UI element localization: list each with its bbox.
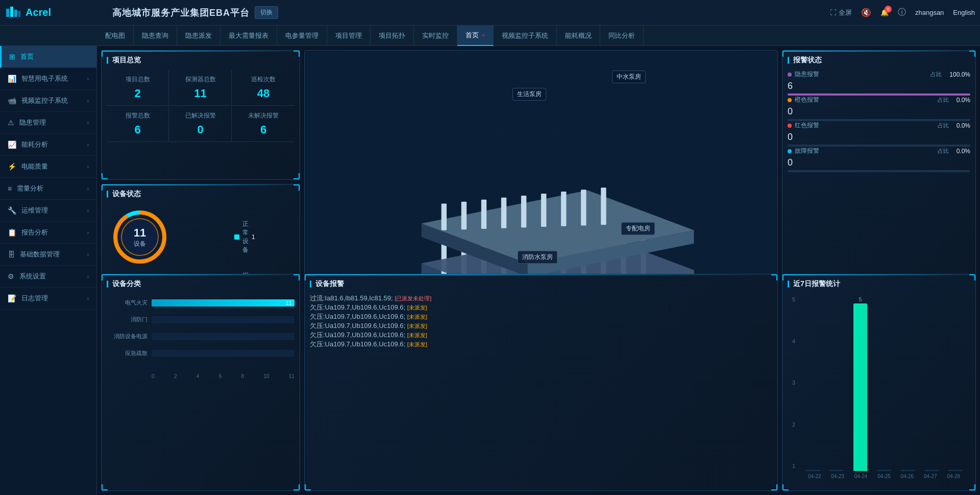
alert-count: 0 — [788, 157, 793, 168]
sidebar-item-能耗分析[interactable]: 📈 能耗分析 › — [0, 134, 96, 156]
sidebar-label: 系统设置 — [19, 272, 82, 281]
pct-spacer — [252, 261, 282, 268]
navtab-视频监控子系统[interactable]: 视频监控子系统 — [494, 26, 557, 46]
tab-close[interactable]: × — [482, 32, 485, 38]
legend-name: 正常设备 — [242, 220, 249, 254]
navtab-首页[interactable]: 首页× — [457, 26, 494, 46]
chart-7day-title: 近7日报警统计 — [788, 279, 970, 289]
stat-cell: 未解决报警 6 — [232, 106, 295, 142]
dev-category-bars: 电气火灾 11 消防门 消防设备电源 应急疏散 — [107, 294, 295, 371]
bar-top-value: 5 — [859, 296, 862, 302]
x-axis-label: 0 — [152, 373, 155, 379]
alert-list-item: 欠压:Ua109.7,Ub109.6,Uc109.6; [未派发] — [310, 303, 772, 312]
sidebar-item-运维管理[interactable]: 🔧 运维管理 › — [0, 200, 96, 222]
chart-bar: 5 — [850, 296, 870, 471]
alert-type: 红色报警 — [788, 121, 819, 130]
sidebar-icon: 📈 — [8, 140, 16, 149]
stat-cell: 项目总数 2 — [107, 70, 169, 106]
sidebar-label: 日志管理 — [21, 294, 82, 303]
stat-cell: 报警总数 6 — [107, 106, 169, 142]
svg-rect-32 — [481, 200, 486, 229]
sidebar-arrow: › — [87, 296, 89, 301]
sidebar-label: 能耗分析 — [21, 140, 82, 149]
alert-list-item: 欠压:Ua109.7,Ub109.6,Uc109.6; [未派发] — [310, 340, 772, 349]
sidebar-item-需量分析[interactable]: ≡ 需量分析 › — [0, 178, 96, 200]
volume-icon[interactable]: 🔇 — [861, 8, 871, 17]
navtab-最大需量报表[interactable]: 最大需量报表 — [220, 26, 277, 46]
navtab-电参量管理[interactable]: 电参量管理 — [277, 26, 327, 46]
notification-bell[interactable]: 🔔 0 — [880, 9, 889, 16]
sidebar-label: 智慧用电子系统 — [21, 74, 82, 83]
sidebar-item-首页[interactable]: ⊞ 首页 — [0, 46, 96, 68]
x-axis-label: 8 — [241, 373, 244, 379]
navtab-实时监控[interactable]: 实时监控 — [414, 26, 457, 46]
bar-name: 应急疏散 — [107, 349, 148, 357]
label-peidienfang: 专配电房 — [621, 222, 655, 235]
sidebar-arrow: › — [87, 76, 89, 82]
y-axis-label: 5 — [788, 296, 795, 302]
alert-description: 欠压:Ua109.7,Ub109.6,Uc109.6; — [310, 340, 405, 348]
alert-pct: 0.0% — [957, 97, 970, 104]
device-alerts-title: 设备报警 — [310, 279, 772, 289]
alert-type: 故障报警 — [788, 147, 819, 155]
info-icon[interactable]: ⓘ — [898, 7, 906, 18]
alert-dot — [788, 73, 792, 77]
navtab-能耗概况[interactable]: 能耗概况 — [557, 26, 600, 46]
alert-row-橙色报警: 橙色报警 占比 0.0% 0 — [788, 96, 970, 121]
device-status-title: 设备状态 — [107, 190, 295, 199]
switch-button[interactable]: 切换 — [255, 6, 278, 19]
category-bar-row: 消防门 — [107, 316, 295, 323]
svg-rect-30 — [442, 204, 447, 230]
alert-list: 过流:Ia81.6,Ib81.59,Ic81.59; [已派发未处理] 欠压:U… — [310, 294, 772, 349]
alert-row-隐患报警: 隐患报警 占比 100.0% 6 — [788, 70, 970, 96]
x-axis-label: 11 — [289, 373, 295, 379]
alert-pct-label: 占比 — [930, 70, 942, 78]
x-axis-label: 2 — [174, 373, 177, 379]
fullscreen-icon[interactable]: ⛶ 全屏 — [830, 8, 852, 17]
stat-label: 已解决报警 — [174, 111, 227, 120]
sidebar-item-电能质量[interactable]: ⚡ 电能质量 › — [0, 156, 96, 178]
sidebar-icon: ⚡ — [8, 162, 16, 171]
alert-pct-label: 占比 — [938, 122, 949, 129]
alert-description: 欠压:Ua109.7,Ub109.6,Uc109.6; — [310, 313, 405, 320]
x-date-label: 04-22 — [803, 474, 826, 479]
navtab-隐患派发[interactable]: 隐患派发 — [177, 26, 220, 46]
legend-dot — [234, 234, 239, 240]
alert-status-text: [未派发] — [407, 341, 427, 347]
chart-bar — [898, 296, 918, 471]
navtab-同比分析[interactable]: 同比分析 — [600, 26, 644, 46]
alert-type-name: 橙色报警 — [795, 96, 819, 104]
chart-bar — [803, 296, 823, 471]
alert-dot — [788, 98, 792, 102]
sidebar-item-隐患管理[interactable]: ⚠ 隐患管理 › — [0, 112, 96, 134]
alert-count: 6 — [788, 81, 793, 91]
navtab-项目拓扑[interactable]: 项目拓扑 — [371, 26, 414, 46]
x-date-label: 04-27 — [919, 474, 942, 479]
sidebar-icon: ⚠ — [8, 119, 14, 127]
notification-count: 0 — [885, 6, 892, 13]
sidebar-arrow: › — [87, 142, 89, 148]
bar-value: 11 — [286, 299, 292, 307]
sidebar-item-日志管理[interactable]: 📝 日志管理 › — [0, 288, 96, 310]
language-selector[interactable]: English — [953, 9, 975, 16]
sidebar-item-系统设置[interactable]: ⚙ 系统设置 › — [0, 266, 96, 288]
x-axis-label: 6 — [219, 373, 222, 379]
category-bar-row: 应急疏散 — [107, 349, 295, 357]
sidebar-arrow: › — [87, 120, 89, 126]
svg-rect-1 — [10, 7, 13, 17]
navtab-配电图[interactable]: 配电图 — [97, 26, 134, 46]
sidebar-item-视频监控子系统[interactable]: 📹 视频监控子系统 › — [0, 90, 96, 112]
stat-label: 探测器总数 — [174, 75, 227, 84]
sidebar-label: 视频监控子系统 — [21, 96, 82, 105]
sidebar-item-智慧用电子系统[interactable]: 📊 智慧用电子系统 › — [0, 68, 96, 90]
page-title: 高地城市服务产业集团EBA平台 — [112, 7, 250, 19]
sidebar: ⊞ 首页 📊 智慧用电子系统 › 📹 视频监控子系统 › ⚠ 隐患管理 › 📈 … — [0, 46, 97, 495]
navtab-项目管理[interactable]: 项目管理 — [327, 26, 371, 46]
navtab-隐患查询[interactable]: 隐患查询 — [134, 26, 177, 46]
x-axis: 024681011 — [152, 373, 295, 379]
device-category-panel: 设备分类 电气火灾 11 消防门 消防设备电源 应急疏散 024681011 — [101, 274, 300, 491]
svg-rect-36 — [561, 192, 566, 226]
sidebar-item-基础数据管理[interactable]: 🗄 基础数据管理 › — [0, 244, 96, 266]
sidebar-item-报告分析[interactable]: 📋 报告分析 › — [0, 222, 96, 244]
sidebar-icon: 📹 — [8, 97, 16, 105]
